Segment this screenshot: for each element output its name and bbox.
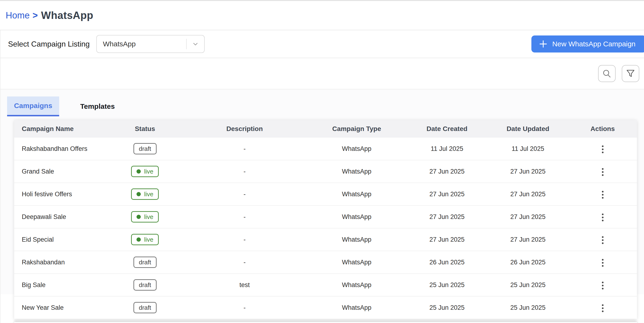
table-row: Big Sale draft test WhatsApp 25 Jun 2025… xyxy=(14,273,637,296)
campaign-listing-select[interactable]: WhatsApp xyxy=(96,35,205,53)
column-header-campaign-type: Campaign Type xyxy=(307,125,406,133)
table-row: Rakshabandhan Offers draft - WhatsApp 11… xyxy=(14,138,637,160)
status-badge: live xyxy=(131,211,159,223)
description-cell: - xyxy=(182,168,307,175)
tabs-and-table-section: Campaigns Templates Campaign Name Status… xyxy=(0,89,644,294)
next-row-peek xyxy=(14,322,637,323)
table-row: Deepawali Sale live - WhatsApp 27 Jun 20… xyxy=(14,205,637,228)
status-badge: live xyxy=(131,234,159,245)
kebab-icon xyxy=(602,168,604,176)
column-header-description: Description xyxy=(182,125,307,133)
row-actions-button[interactable] xyxy=(596,166,609,179)
status-cell: live xyxy=(108,166,182,177)
tab-campaigns[interactable]: Campaigns xyxy=(7,96,59,116)
table-row: Grand Sale live - WhatsApp 27 Jun 2025 2… xyxy=(14,160,637,183)
row-actions-button[interactable] xyxy=(596,143,609,156)
status-badge: draft xyxy=(134,279,156,291)
table-row: Eid Special live - WhatsApp 27 Jun 2025 … xyxy=(14,228,637,251)
campaign-type-cell: WhatsApp xyxy=(307,304,406,312)
date-updated-cell: 27 Jun 2025 xyxy=(488,236,568,243)
campaign-name-cell: Deepawali Sale xyxy=(14,213,108,221)
column-header-date-created: Date Created xyxy=(406,125,488,133)
campaign-listing-label: Select Campaign Listing xyxy=(8,40,90,48)
status-cell: live xyxy=(108,211,182,223)
description-cell: test xyxy=(182,281,307,289)
campaign-name-cell: Rakshabandan xyxy=(14,259,108,266)
description-cell: - xyxy=(182,236,307,243)
date-updated-cell: 25 Jun 2025 xyxy=(488,304,568,312)
campaign-listing-page: Home > WhatsApp Select Campaign Listing … xyxy=(0,0,644,323)
search-button[interactable] xyxy=(598,65,616,82)
live-dot-icon xyxy=(136,215,141,219)
row-actions-button[interactable] xyxy=(596,211,609,224)
status-cell: live xyxy=(108,188,182,200)
description-cell: - xyxy=(182,304,307,312)
column-header-status: Status xyxy=(108,125,182,133)
campaign-type-cell: WhatsApp xyxy=(307,168,406,175)
campaign-type-cell: WhatsApp xyxy=(307,281,406,289)
filter-button[interactable] xyxy=(622,65,639,82)
date-created-cell: 11 Jul 2025 xyxy=(406,145,488,153)
campaigns-table: Campaign Name Status Description Campaig… xyxy=(14,120,637,319)
campaign-name-cell: Eid Special xyxy=(14,236,108,243)
kebab-icon xyxy=(602,145,604,153)
table-row: New Year Sale draft - WhatsApp 25 Jun 20… xyxy=(14,296,637,319)
date-created-cell: 27 Jun 2025 xyxy=(406,236,488,243)
date-updated-cell: 26 Jun 2025 xyxy=(488,259,568,266)
date-created-cell: 25 Jun 2025 xyxy=(406,304,488,312)
campaign-type-cell: WhatsApp xyxy=(307,213,406,221)
kebab-icon xyxy=(602,259,604,267)
description-cell: - xyxy=(182,145,307,153)
column-header-actions: Actions xyxy=(568,125,637,133)
status-cell: live xyxy=(108,234,182,245)
status-cell: draft xyxy=(108,143,182,154)
date-updated-cell: 27 Jun 2025 xyxy=(488,168,568,175)
status-badge: draft xyxy=(134,302,156,313)
campaign-listing-bar: Select Campaign Listing WhatsApp New Wha… xyxy=(0,30,644,58)
status-cell: draft xyxy=(108,279,182,291)
plus-icon xyxy=(540,40,547,48)
campaign-type-cell: WhatsApp xyxy=(307,259,406,266)
date-updated-cell: 27 Jun 2025 xyxy=(488,213,568,221)
row-actions-button[interactable] xyxy=(596,188,609,201)
campaign-name-cell: Big Sale xyxy=(14,281,108,289)
date-updated-cell: 27 Jun 2025 xyxy=(488,191,568,198)
campaign-type-cell: WhatsApp xyxy=(307,236,406,243)
campaign-type-cell: WhatsApp xyxy=(307,145,406,153)
status-badge: draft xyxy=(134,257,156,268)
status-cell: draft xyxy=(108,302,182,313)
live-dot-icon xyxy=(136,169,141,174)
row-actions-button[interactable] xyxy=(596,279,609,292)
row-actions-button[interactable] xyxy=(596,234,609,247)
breadcrumb-separator: > xyxy=(32,10,38,20)
kebab-icon xyxy=(602,236,604,244)
description-cell: - xyxy=(182,213,307,221)
column-header-campaign-name: Campaign Name xyxy=(14,125,108,133)
table-toolbar xyxy=(0,58,644,89)
table-row: Rakshabandan draft - WhatsApp 26 Jun 202… xyxy=(14,251,637,273)
kebab-icon xyxy=(602,304,604,312)
date-updated-cell: 11 Jul 2025 xyxy=(488,145,568,153)
row-actions-button[interactable] xyxy=(596,256,609,270)
table-header-row: Campaign Name Status Description Campaig… xyxy=(14,120,637,138)
campaign-name-cell: Grand Sale xyxy=(14,168,108,175)
status-badge: live xyxy=(131,166,159,177)
tab-templates[interactable]: Templates xyxy=(59,96,136,116)
content-panel: Select Campaign Listing WhatsApp New Wha… xyxy=(0,30,644,323)
chevron-down-icon xyxy=(187,40,204,47)
campaign-listing-selected-value: WhatsApp xyxy=(103,40,136,48)
date-created-cell: 27 Jun 2025 xyxy=(406,168,488,175)
date-created-cell: 25 Jun 2025 xyxy=(406,281,488,289)
campaign-name-cell: Holi festive Offers xyxy=(14,191,108,198)
date-updated-cell: 25 Jun 2025 xyxy=(488,281,568,289)
date-created-cell: 27 Jun 2025 xyxy=(406,191,488,198)
new-whatsapp-campaign-button[interactable]: New WhatsApp Campaign xyxy=(532,35,644,52)
new-whatsapp-campaign-label: New WhatsApp Campaign xyxy=(552,40,636,48)
breadcrumb-home-link[interactable]: Home xyxy=(6,10,30,20)
table-row: Holi festive Offers live - WhatsApp 27 J… xyxy=(14,183,637,205)
status-badge: live xyxy=(131,188,159,200)
column-header-date-updated: Date Updated xyxy=(488,125,568,133)
live-dot-icon xyxy=(136,237,141,242)
row-actions-button[interactable] xyxy=(596,302,609,315)
status-badge: draft xyxy=(134,143,156,154)
